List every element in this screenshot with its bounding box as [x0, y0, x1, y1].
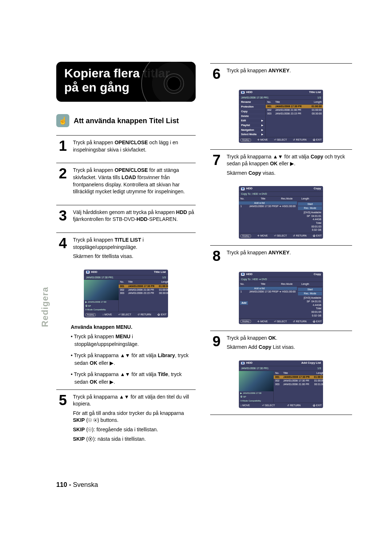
step-9: 9 Tryck på knappen OK. Skärmen Add Copy … — [210, 335, 352, 351]
section-title-box: Kopiera flera titlar på en gång — [56, 62, 196, 102]
menu-bullets: Tryck på knappen MENU i stoppläge/uppspe… — [71, 333, 196, 386]
disc-illustration — [141, 62, 196, 102]
osd-anykey-menu: ⛃HDD Title List JAN/01/2006 17:30 PR11/3… — [239, 90, 323, 143]
subsection-row: ☝ Att använda knappen Titel List — [56, 114, 196, 127]
osd-copy-add: ⛃HDD Copy Copy To : HDD ➔ DVD No. Title … — [239, 272, 323, 324]
osd-title-list: ⛃HDD Title List JAN/01/2006 17:30 PR11/3… — [84, 270, 168, 318]
exit-icon — [158, 313, 160, 316]
hdd-icon: ⛃ — [86, 271, 90, 274]
osd-add-copy-list: ⛃HDD Add Copy List JAN/01/2006 17:30 PR1… — [239, 360, 323, 408]
step-1: 1 Tryck på knappen OPEN/CLOSE och lägg i… — [56, 139, 196, 153]
step-8: 8 Tryck på knappen ANYKEY. — [210, 249, 352, 262]
side-tab: Redigera — [40, 287, 50, 327]
osd-copy: ⛃HDD Copy Copy To : HDD ➔ DVD No. Title … — [239, 186, 323, 238]
subsection-heading: Att använda knappen Titel List — [74, 117, 179, 125]
select-icon — [118, 313, 121, 316]
add-button: Add — [240, 301, 248, 305]
thumbnail — [84, 280, 119, 300]
step-6: 6 Tryck på knappen ANYKEY. — [210, 67, 352, 80]
step-7: 7 Tryck på knapparna ▲▼ för att välja Co… — [210, 153, 352, 177]
step-number: 1 — [56, 139, 69, 152]
step-2: 2 Tryck på knappen OPEN/CLOSE för att st… — [56, 167, 196, 195]
step-4: 4 Tryck på knappen TITLE LIST i stoppläg… — [56, 237, 196, 260]
hand-icon: ☝ — [56, 114, 69, 127]
chevron-right-icon — [261, 119, 263, 122]
step-text: Tryck på knappen OPEN/CLOSE och lägg i e… — [73, 139, 196, 153]
return-icon — [138, 313, 140, 316]
menu-subheading: Använda knappen MENU. — [71, 324, 196, 330]
step-5: 5 Tryck på knapparna ▲▼ för att välja de… — [56, 393, 196, 443]
page-footer: 110 - Svenska — [56, 481, 352, 489]
divider — [56, 135, 196, 136]
step-3: 3 Välj hårddisken genom att trycka på kn… — [56, 209, 196, 223]
move-icon — [102, 313, 104, 316]
